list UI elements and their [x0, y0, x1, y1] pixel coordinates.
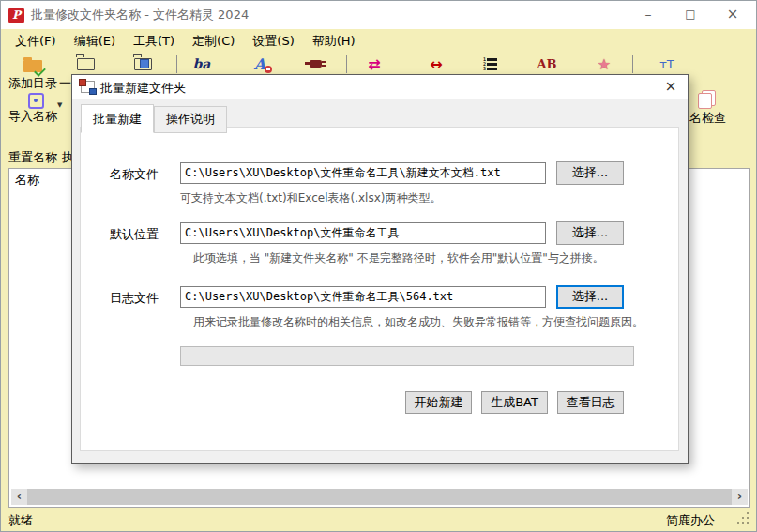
delete-char-icon[interactable]: A — [248, 54, 272, 73]
maximize-button[interactable]: □ — [674, 1, 706, 29]
dup-name-check-button[interactable]: 名检查 — [689, 110, 726, 127]
menu-bar: 文件(F) 编辑(E) 工具(T) 定制(C) 设置(S) 帮助(H) — [1, 29, 756, 53]
folder-blue-icon — [134, 58, 152, 70]
star-icon[interactable]: ★ — [592, 54, 616, 73]
app-icon: P — [8, 8, 24, 23]
title-bar: P 批量修改文件夹名称 - 文件名精灵 2024 – □ × — [1, 1, 756, 29]
add-directory-button[interactable]: 添加目录 — [8, 75, 57, 92]
default-location-label: 默认位置 — [110, 226, 159, 243]
log-file-label: 日志文件 — [110, 290, 159, 307]
reset-names-button[interactable]: 重置名称 — [8, 149, 57, 166]
case-change-icon[interactable]: тT — [655, 54, 679, 73]
resize-grip[interactable] — [747, 522, 749, 524]
new-folder-icon[interactable] — [73, 54, 98, 73]
pages-icon — [698, 93, 712, 109]
letters-ab-icon[interactable]: AB — [535, 54, 559, 73]
default-location-browse-button[interactable]: 选择... — [556, 221, 624, 245]
tab-batch-create[interactable]: 批量新建 — [81, 104, 154, 133]
numbered-list-icon[interactable]: 123 — [477, 54, 502, 73]
default-location-hint: 此项选填，当 "新建文件夹名称" 不是完整路径时，软件会用"默认位置"与之拼接。 — [193, 251, 604, 266]
brand-text: 简鹿办公 — [666, 512, 715, 529]
horizontal-scrollbar[interactable]: ‹ › — [11, 489, 748, 505]
batch-create-folder-dialog: 批量新建文件夹 × 批量新建操作说明 名称文件 选择... 可支持文本文档(.t… — [71, 74, 689, 464]
progress-bar — [180, 346, 634, 366]
dialog-title: 批量新建文件夹 — [100, 80, 186, 97]
column-header-name[interactable]: 名称 — [15, 172, 39, 189]
log-file-hint: 用来记录批量修改名称时的相关信息，如改名成功、失败异常报错等，方便查找问题原因。 — [193, 314, 643, 330]
import-icon — [28, 93, 44, 109]
status-bar: 就绪 简鹿办公 — [1, 509, 756, 532]
menu-help[interactable]: 帮助(H) — [312, 33, 356, 50]
minus-badge — [265, 66, 272, 73]
name-file-browse-button[interactable]: 选择... — [556, 161, 624, 185]
scroll-left-arrow[interactable]: ‹ — [11, 489, 27, 505]
view-log-button[interactable]: 查看日志 — [557, 391, 624, 414]
folder-icon — [23, 60, 42, 72]
add-directory-icon[interactable] — [21, 56, 45, 75]
toolbar-separator — [632, 55, 633, 73]
default-location-input[interactable] — [180, 222, 546, 244]
chevron-down-icon[interactable]: ▼ — [57, 101, 62, 109]
folder-outline-icon — [77, 58, 95, 70]
menu-file[interactable]: 文件(F) — [15, 33, 56, 50]
list-bars-icon: 123 — [483, 57, 496, 70]
insert-icon[interactable] — [303, 54, 327, 73]
menu-edit[interactable]: 编辑(E) — [74, 33, 115, 50]
swap-icon[interactable]: ↔ — [424, 54, 448, 73]
name-file-input[interactable] — [180, 162, 546, 184]
import-names-button[interactable]: 导入名称 — [8, 108, 57, 125]
status-text: 就绪 — [8, 512, 33, 529]
dialog-tabs: 批量新建操作说明 — [81, 104, 227, 133]
dialog-close-button[interactable]: × — [659, 77, 682, 97]
lowercase-icon[interactable]: ba — [189, 54, 214, 73]
blue-chip — [140, 59, 149, 68]
name-file-hint: 可支持文本文档(.txt)和Excel表格(.xlsx)两种类型。 — [180, 190, 441, 206]
toolbar-separator — [346, 55, 347, 73]
folder-rename-icon[interactable] — [130, 54, 155, 73]
app-window: P 批量修改文件夹名称 - 文件名精灵 2024 – □ × 文件(F) 编辑(… — [0, 0, 757, 532]
import-names-icon[interactable] — [23, 91, 48, 110]
reset-names-icon[interactable] — [19, 129, 43, 147]
log-file-browse-button[interactable]: 选择... — [556, 285, 624, 309]
plug-icon — [310, 60, 322, 68]
dialog-title-bar: 批量新建文件夹 × — [72, 75, 688, 99]
toolbar-separator — [176, 55, 177, 73]
toolbar-fragment-row1[interactable]: 一 — [59, 75, 71, 92]
shuffle-icon[interactable]: ⇄ — [362, 54, 386, 73]
minimize-button[interactable]: – — [632, 1, 664, 29]
tab-instructions[interactable]: 操作说明 — [154, 106, 227, 133]
close-button[interactable]: × — [717, 1, 749, 29]
log-file-input[interactable] — [180, 286, 546, 308]
form-icon — [81, 81, 95, 93]
scroll-right-arrow[interactable]: › — [732, 489, 748, 505]
menu-settings[interactable]: 设置(S) — [252, 33, 294, 50]
a-minus-icon: A — [254, 55, 265, 73]
generate-bat-button[interactable]: 生成BAT — [481, 391, 548, 414]
start-create-button[interactable]: 开始新建 — [405, 391, 472, 414]
window-title: 批量修改文件夹名称 - 文件名精灵 2024 — [31, 1, 249, 29]
menu-custom[interactable]: 定制(C) — [192, 33, 235, 50]
name-file-label: 名称文件 — [110, 166, 159, 183]
menu-tools[interactable]: 工具(T) — [133, 33, 174, 50]
